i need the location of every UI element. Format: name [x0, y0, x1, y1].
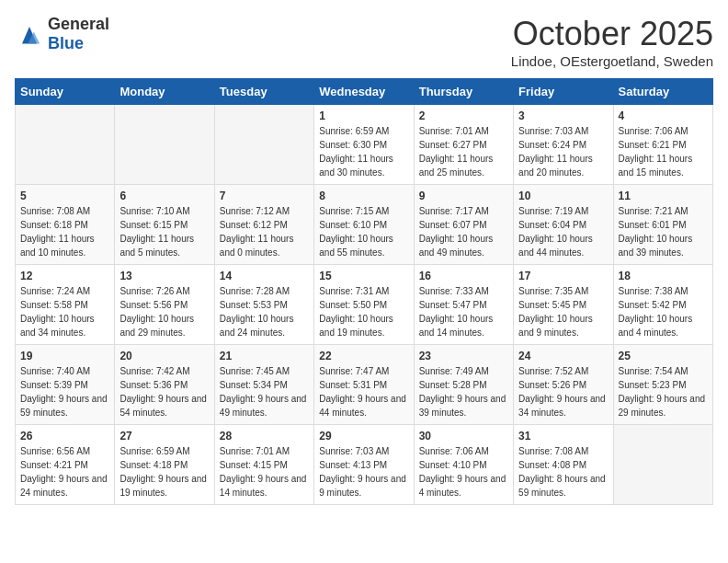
logo-general: General — [48, 15, 109, 33]
day-info: Sunrise: 7:19 AMSunset: 6:04 PMDaylight:… — [518, 204, 608, 259]
calendar-cell: 1Sunrise: 6:59 AMSunset: 6:30 PMDaylight… — [314, 105, 414, 185]
calendar-cell — [115, 105, 214, 185]
day-info: Sunrise: 7:47 AMSunset: 5:31 PMDaylight:… — [319, 364, 408, 419]
day-info: Sunrise: 7:26 AMSunset: 5:56 PMDaylight:… — [119, 284, 209, 339]
calendar-cell: 24Sunrise: 7:52 AMSunset: 5:26 PMDayligh… — [514, 345, 613, 425]
calendar-cell: 10Sunrise: 7:19 AMSunset: 6:04 PMDayligh… — [514, 185, 613, 265]
day-info: Sunrise: 7:08 AMSunset: 4:08 PMDaylight:… — [518, 444, 608, 500]
day-info: Sunrise: 7:21 AMSunset: 6:01 PMDaylight:… — [619, 204, 708, 259]
day-number: 1 — [319, 109, 408, 122]
day-info: Sunrise: 7:49 AMSunset: 5:28 PMDaylight:… — [419, 364, 508, 419]
logo: General Blue — [15, 15, 109, 53]
weekday-header-saturday: Saturday — [613, 79, 712, 105]
day-number: 31 — [518, 430, 608, 442]
location-subtitle: Lindoe, OEstergoetland, Sweden — [511, 53, 713, 69]
page-header: General Blue October 2025 Lindoe, OEster… — [15, 15, 713, 69]
day-number: 29 — [319, 430, 408, 442]
calendar-week-1: 1Sunrise: 6:59 AMSunset: 6:30 PMDaylight… — [16, 105, 713, 185]
logo-blue: Blue — [48, 34, 84, 52]
day-number: 5 — [20, 190, 109, 202]
day-info: Sunrise: 6:59 AMSunset: 4:18 PMDaylight:… — [119, 444, 209, 500]
day-info: Sunrise: 7:52 AMSunset: 5:26 PMDaylight:… — [518, 364, 608, 419]
day-info: Sunrise: 7:40 AMSunset: 5:39 PMDaylight:… — [20, 364, 109, 419]
calendar-cell: 18Sunrise: 7:38 AMSunset: 5:42 PMDayligh… — [613, 265, 712, 345]
calendar-cell: 23Sunrise: 7:49 AMSunset: 5:28 PMDayligh… — [414, 345, 513, 425]
day-info: Sunrise: 7:10 AMSunset: 6:15 PMDaylight:… — [119, 204, 209, 259]
day-info: Sunrise: 7:12 AMSunset: 6:12 PMDaylight:… — [220, 204, 309, 259]
title-block: October 2025 Lindoe, OEstergoetland, Swe… — [511, 15, 713, 69]
weekday-header-row: SundayMondayTuesdayWednesdayThursdayFrid… — [16, 79, 713, 105]
day-info: Sunrise: 7:03 AMSunset: 4:13 PMDaylight:… — [319, 444, 408, 500]
day-number: 24 — [518, 350, 608, 362]
day-info: Sunrise: 7:01 AMSunset: 6:27 PMDaylight:… — [419, 124, 508, 179]
day-number: 22 — [319, 350, 408, 362]
day-number: 8 — [319, 190, 408, 202]
calendar-cell: 27Sunrise: 6:59 AMSunset: 4:18 PMDayligh… — [115, 425, 214, 505]
day-number: 26 — [20, 430, 109, 442]
day-info: Sunrise: 7:54 AMSunset: 5:23 PMDaylight:… — [619, 364, 708, 419]
calendar-cell: 25Sunrise: 7:54 AMSunset: 5:23 PMDayligh… — [613, 345, 712, 425]
weekday-header-sunday: Sunday — [16, 79, 115, 105]
calendar-cell: 22Sunrise: 7:47 AMSunset: 5:31 PMDayligh… — [314, 345, 414, 425]
day-info: Sunrise: 7:33 AMSunset: 5:47 PMDaylight:… — [419, 284, 508, 339]
calendar-week-3: 12Sunrise: 7:24 AMSunset: 5:58 PMDayligh… — [16, 265, 713, 345]
day-info: Sunrise: 7:45 AMSunset: 5:34 PMDaylight:… — [220, 364, 309, 419]
day-info: Sunrise: 7:24 AMSunset: 5:58 PMDaylight:… — [20, 284, 109, 339]
day-number: 19 — [20, 350, 109, 362]
calendar-cell: 9Sunrise: 7:17 AMSunset: 6:07 PMDaylight… — [414, 185, 513, 265]
calendar-cell — [214, 105, 313, 185]
day-number: 3 — [518, 109, 608, 122]
month-title: October 2025 — [511, 15, 713, 53]
day-number: 18 — [619, 270, 708, 282]
day-number: 7 — [220, 190, 309, 202]
day-info: Sunrise: 7:08 AMSunset: 6:18 PMDaylight:… — [20, 204, 109, 259]
day-number: 4 — [619, 109, 708, 122]
day-number: 14 — [220, 270, 309, 282]
day-number: 15 — [319, 270, 408, 282]
day-number: 21 — [220, 350, 309, 362]
day-info: Sunrise: 6:56 AMSunset: 4:21 PMDaylight:… — [20, 444, 109, 500]
calendar-cell: 8Sunrise: 7:15 AMSunset: 6:10 PMDaylight… — [314, 185, 414, 265]
calendar-cell: 11Sunrise: 7:21 AMSunset: 6:01 PMDayligh… — [613, 185, 712, 265]
calendar-table: SundayMondayTuesdayWednesdayThursdayFrid… — [15, 78, 713, 505]
weekday-header-tuesday: Tuesday — [214, 79, 313, 105]
calendar-cell: 3Sunrise: 7:03 AMSunset: 6:24 PMDaylight… — [514, 105, 613, 185]
calendar-cell: 16Sunrise: 7:33 AMSunset: 5:47 PMDayligh… — [414, 265, 513, 345]
logo-text: General Blue — [48, 15, 109, 53]
calendar-cell: 31Sunrise: 7:08 AMSunset: 4:08 PMDayligh… — [514, 425, 613, 505]
day-info: Sunrise: 7:17 AMSunset: 6:07 PMDaylight:… — [419, 204, 508, 259]
weekday-header-thursday: Thursday — [414, 79, 513, 105]
calendar-cell: 20Sunrise: 7:42 AMSunset: 5:36 PMDayligh… — [115, 345, 214, 425]
calendar-cell: 19Sunrise: 7:40 AMSunset: 5:39 PMDayligh… — [16, 345, 115, 425]
calendar-week-4: 19Sunrise: 7:40 AMSunset: 5:39 PMDayligh… — [16, 345, 713, 425]
day-number: 23 — [419, 350, 508, 362]
calendar-cell: 14Sunrise: 7:28 AMSunset: 5:53 PMDayligh… — [214, 265, 313, 345]
calendar-cell: 30Sunrise: 7:06 AMSunset: 4:10 PMDayligh… — [414, 425, 513, 505]
day-info: Sunrise: 7:28 AMSunset: 5:53 PMDaylight:… — [220, 284, 309, 339]
day-info: Sunrise: 7:38 AMSunset: 5:42 PMDaylight:… — [619, 284, 708, 339]
day-info: Sunrise: 7:01 AMSunset: 4:15 PMDaylight:… — [220, 444, 309, 500]
day-number: 27 — [119, 430, 209, 442]
calendar-cell: 28Sunrise: 7:01 AMSunset: 4:15 PMDayligh… — [214, 425, 313, 505]
calendar-cell: 12Sunrise: 7:24 AMSunset: 5:58 PMDayligh… — [16, 265, 115, 345]
day-info: Sunrise: 7:42 AMSunset: 5:36 PMDaylight:… — [119, 364, 209, 419]
calendar-cell: 2Sunrise: 7:01 AMSunset: 6:27 PMDaylight… — [414, 105, 513, 185]
day-info: Sunrise: 7:31 AMSunset: 5:50 PMDaylight:… — [319, 284, 408, 339]
day-number: 10 — [518, 190, 608, 202]
calendar-cell: 7Sunrise: 7:12 AMSunset: 6:12 PMDaylight… — [214, 185, 313, 265]
logo-icon — [15, 23, 44, 45]
day-number: 20 — [119, 350, 209, 362]
day-number: 12 — [20, 270, 109, 282]
day-number: 28 — [220, 430, 309, 442]
weekday-header-monday: Monday — [115, 79, 214, 105]
day-info: Sunrise: 7:06 AMSunset: 4:10 PMDaylight:… — [419, 444, 508, 500]
calendar-cell — [613, 425, 712, 505]
day-number: 9 — [419, 190, 508, 202]
day-number: 2 — [419, 109, 508, 122]
day-number: 13 — [119, 270, 209, 282]
calendar-cell: 21Sunrise: 7:45 AMSunset: 5:34 PMDayligh… — [214, 345, 313, 425]
day-info: Sunrise: 7:03 AMSunset: 6:24 PMDaylight:… — [518, 124, 608, 179]
weekday-header-friday: Friday — [514, 79, 613, 105]
calendar-cell: 17Sunrise: 7:35 AMSunset: 5:45 PMDayligh… — [514, 265, 613, 345]
day-number: 30 — [419, 430, 508, 442]
